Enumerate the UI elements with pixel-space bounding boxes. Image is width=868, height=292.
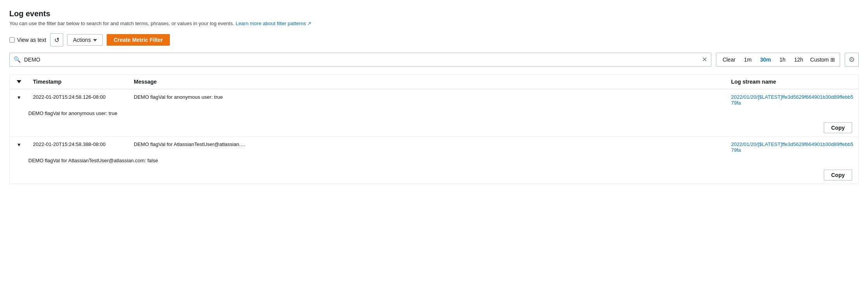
row-detail: DEMO flagVal for anonymous user: true <box>10 110 858 120</box>
external-link-icon: ↗ <box>307 21 311 26</box>
gear-icon: ⚙ <box>849 55 855 64</box>
logstream-col: 2022/01/20/[$LATEST]ffe3d5629f664901b30d… <box>726 141 858 153</box>
log-events-table: Timestamp Message Log stream name ▼ 2022… <box>9 74 859 184</box>
search-bar: 🔍 ✕ Clear 1m 30m 1h 12h Custom ⊞ ⚙ <box>9 53 859 67</box>
page-header: Log events You can use the filter bar be… <box>9 9 859 26</box>
timestamp-col: 2022-01-20T15:24:58.126-08:00 <box>28 94 129 100</box>
table-row: ▼ 2022-01-20T15:24:58.126-08:00 DEMO fla… <box>10 89 858 137</box>
row-detail: DEMO flagVal for AtlassianTestUser@atlas… <box>10 158 858 167</box>
custom-time-button[interactable]: Custom ⊞ <box>810 57 835 63</box>
clear-icon: ✕ <box>702 56 707 63</box>
refresh-button[interactable]: ↺ <box>50 33 63 46</box>
toolbar: View as text ↺ Actions Create Metric Fil… <box>9 33 859 46</box>
search-input[interactable] <box>24 57 702 63</box>
actions-button[interactable]: Actions <box>67 34 103 46</box>
time-range-selector: Clear 1m 30m 1h 12h Custom ⊞ <box>716 53 840 67</box>
search-icon: 🔍 <box>14 56 21 63</box>
copy-button[interactable]: Copy <box>824 122 852 133</box>
30m-button[interactable]: 30m <box>759 56 773 64</box>
expand-col: ▼ <box>10 94 28 100</box>
custom-label: Custom <box>810 57 829 63</box>
search-input-wrap: 🔍 ✕ <box>9 53 711 67</box>
col-header-message: Message <box>129 79 726 85</box>
expand-col: ▼ <box>10 141 28 148</box>
row-actions: Copy <box>10 120 858 136</box>
settings-button[interactable]: ⚙ <box>845 53 859 67</box>
message-col: DEMO flagVal for AtlassianTestUser@atlas… <box>129 141 726 147</box>
col-header-timestamp: Timestamp <box>28 79 129 85</box>
expand-icon[interactable]: ▼ <box>17 95 21 100</box>
copy-button[interactable]: Copy <box>824 170 852 180</box>
table-header: Timestamp Message Log stream name <box>10 75 858 89</box>
logstream-link[interactable]: 2022/01/20/[$LATEST]ffe3d5629f664901b30d… <box>731 94 853 106</box>
actions-label: Actions <box>73 37 91 43</box>
chevron-down-icon <box>93 37 97 43</box>
clear-time-button[interactable]: Clear <box>721 56 737 64</box>
row-actions: Copy <box>10 167 858 184</box>
refresh-icon: ↺ <box>54 36 59 44</box>
view-as-text-checkbox[interactable] <box>9 37 15 43</box>
expand-icon[interactable]: ▼ <box>17 142 21 148</box>
page-title: Log events <box>9 9 859 18</box>
table-row-main: ▼ 2022-01-20T15:24:58.126-08:00 DEMO fla… <box>10 89 858 110</box>
table-row: ▼ 2022-01-20T15:24:58.388-08:00 DEMO fla… <box>10 137 858 184</box>
view-as-text-checkbox-label[interactable]: View as text <box>9 37 46 43</box>
logstream-col: 2022/01/20/[$LATEST]ffe3d5629f664901b30d… <box>726 94 858 106</box>
12h-button[interactable]: 12h <box>792 56 804 64</box>
sort-icon <box>17 80 21 83</box>
timestamp-col: 2022-01-20T15:24:58.388-08:00 <box>28 141 129 147</box>
clear-search-button[interactable]: ✕ <box>702 57 707 63</box>
table-row-main: ▼ 2022-01-20T15:24:58.388-08:00 DEMO fla… <box>10 137 858 158</box>
logstream-link[interactable]: 2022/01/20/[$LATEST]ffe3d5629f664901b30d… <box>731 141 853 153</box>
1m-button[interactable]: 1m <box>742 56 753 64</box>
calendar-icon: ⊞ <box>830 57 835 63</box>
learn-more-link[interactable]: Learn more about filter patterns ↗ <box>235 21 311 26</box>
view-as-text-label: View as text <box>17 37 46 43</box>
col-header-logstream: Log stream name <box>726 79 858 85</box>
1h-button[interactable]: 1h <box>778 56 787 64</box>
page-subtitle: You can use the filter bar below to sear… <box>9 21 859 26</box>
create-metric-filter-button[interactable]: Create Metric Filter <box>107 34 170 46</box>
message-col: DEMO flagVal for anonymous user: true <box>129 94 726 100</box>
col-header-expand <box>10 79 28 85</box>
